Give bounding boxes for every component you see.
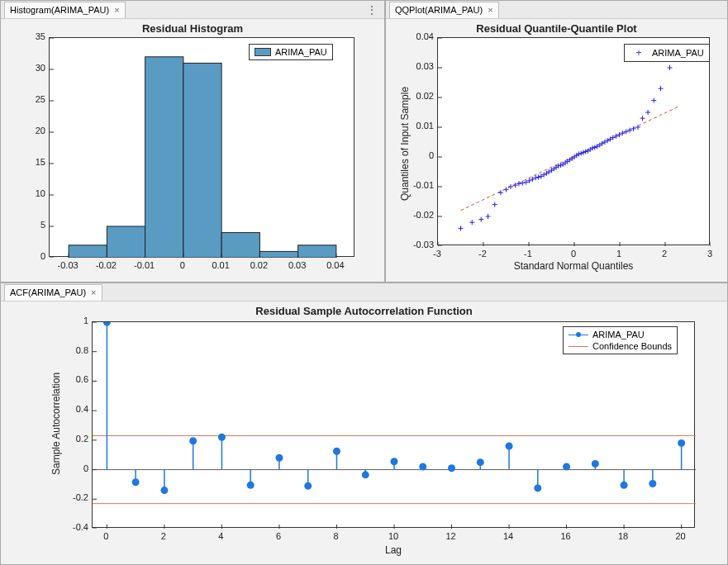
x-tick-label: -0.02 xyxy=(96,260,117,270)
legend-label: ARIMA_PAU xyxy=(275,47,327,57)
x-tick-label: -3 xyxy=(433,249,441,259)
x-tick-label: 0.04 xyxy=(326,260,344,270)
panel-qqplot: QQPlot(ARIMA_PAU) × Residual Quantile-Qu… xyxy=(385,0,728,282)
svg-point-201 xyxy=(678,439,685,447)
svg-point-197 xyxy=(621,482,628,489)
y-tick-label: 1 xyxy=(59,316,88,325)
tab-label: Histogram(ARIMA_PAU) xyxy=(10,5,109,15)
svg-point-169 xyxy=(218,434,226,441)
x-tick-label: 20 xyxy=(675,531,685,541)
legend-label: ARIMA_PAU xyxy=(652,48,704,58)
x-tick-label: -0.03 xyxy=(58,260,79,270)
y-tick-label: 35 xyxy=(14,31,45,41)
tabbar-qqplot: QQPlot(ARIMA_PAU) × xyxy=(386,1,727,19)
y-tick-label: 0.01 xyxy=(401,121,434,131)
y-tick-label: 0.6 xyxy=(59,374,88,384)
kebab-menu-icon[interactable]: ⋮ xyxy=(366,4,378,16)
svg-point-179 xyxy=(362,471,369,478)
svg-point-171 xyxy=(247,482,255,489)
svg-rect-6 xyxy=(298,245,336,258)
x-tick-label: 14 xyxy=(503,531,513,541)
tab-qqplot[interactable]: QQPlot(ARIMA_PAU) × xyxy=(389,2,499,18)
svg-point-191 xyxy=(534,484,541,491)
y-tick-label: 0.03 xyxy=(401,61,434,71)
close-icon[interactable]: × xyxy=(114,6,119,15)
x-tick-label: 0 xyxy=(571,249,576,259)
x-tick-label: 0.02 xyxy=(250,260,268,270)
x-tick-label: 2 xyxy=(161,531,166,541)
x-tick-label: 0 xyxy=(180,260,185,270)
x-tick-label: 0 xyxy=(103,531,108,541)
legend-label: Confidence Bounds xyxy=(592,341,672,351)
x-tick-label: 1 xyxy=(616,249,621,259)
chart-title: Residual Quantile-Quantile Plot xyxy=(386,22,727,35)
svg-point-177 xyxy=(333,448,340,455)
x-tick-label: 12 xyxy=(445,531,455,541)
x-tick-label: 10 xyxy=(388,531,398,541)
svg-rect-4 xyxy=(221,233,259,258)
svg-point-195 xyxy=(592,460,599,468)
tab-histogram[interactable]: Histogram(ARIMA_PAU) × xyxy=(4,2,126,18)
svg-rect-1 xyxy=(107,226,145,258)
panel-acf: ACF(ARIMA_PAU) × Residual Sample Autocor… xyxy=(0,282,728,565)
y-tick-label: 0.4 xyxy=(59,404,88,414)
axes-histogram xyxy=(49,37,354,257)
legend-acf[interactable]: ARIMA_PAU Confidence Bounds xyxy=(563,326,678,354)
svg-point-175 xyxy=(304,482,312,490)
y-tick-label: 10 xyxy=(14,188,45,198)
y-axis-label: Sample Autocorrelation xyxy=(50,373,62,475)
x-tick-label: 8 xyxy=(333,531,338,541)
svg-point-181 xyxy=(391,458,398,465)
tabbar-histogram: Histogram(ARIMA_PAU) × ⋮ xyxy=(1,1,384,19)
svg-point-187 xyxy=(477,458,484,466)
legend-histogram[interactable]: ARIMA_PAU xyxy=(249,44,333,60)
chart-title: Residual Histogram xyxy=(1,22,384,35)
legend-marker-icon xyxy=(569,330,588,339)
svg-point-167 xyxy=(189,437,197,444)
svg-point-185 xyxy=(448,464,455,472)
x-tick-label: 4 xyxy=(218,531,223,541)
y-tick-label: 5 xyxy=(14,220,45,230)
svg-rect-2 xyxy=(145,57,183,258)
histogram-plot[interactable]: Residual Histogram ARIMA_PAU 05101520253… xyxy=(1,19,384,282)
qqplot-plot[interactable]: Residual Quantile-Quantile Plot Quantile… xyxy=(386,19,727,282)
chart-title: Residual Sample Autocorrelation Function xyxy=(1,305,727,317)
x-tick-label: 0.01 xyxy=(212,260,229,270)
y-tick-label: -0.03 xyxy=(401,240,434,249)
x-tick-label: -2 xyxy=(478,249,487,259)
y-tick-label: 15 xyxy=(14,157,45,167)
svg-point-193 xyxy=(563,463,570,471)
x-tick-label: 18 xyxy=(618,531,628,541)
y-tick-label: -0.01 xyxy=(401,180,434,190)
y-tick-label: 0.04 xyxy=(401,31,434,41)
x-tick-label: -1 xyxy=(524,249,532,259)
y-tick-label: 30 xyxy=(14,63,45,73)
x-tick-label: 2 xyxy=(662,249,667,259)
axes-qqplot xyxy=(437,37,710,245)
svg-point-199 xyxy=(649,480,656,487)
x-tick-label: 16 xyxy=(560,531,570,541)
acf-plot[interactable]: Residual Sample Autocorrelation Function… xyxy=(1,301,727,564)
x-tick-label: -0.01 xyxy=(134,260,155,270)
tab-label: QQPlot(ARIMA_PAU) xyxy=(395,5,483,15)
tabbar-acf: ACF(ARIMA_PAU) × xyxy=(1,283,727,301)
legend-qqplot[interactable]: + ARIMA_PAU xyxy=(624,44,710,62)
tab-label: ACF(ARIMA_PAU) xyxy=(10,287,86,297)
legend-label: ARIMA_PAU xyxy=(592,330,645,339)
y-tick-label: 20 xyxy=(14,126,45,135)
legend-swatch-icon xyxy=(255,48,271,56)
y-tick-label: 25 xyxy=(14,94,45,104)
close-icon[interactable]: × xyxy=(91,288,96,297)
svg-rect-0 xyxy=(69,245,107,258)
svg-point-163 xyxy=(132,478,140,486)
close-icon[interactable]: × xyxy=(488,6,492,15)
y-tick-label: 0 xyxy=(401,150,434,160)
svg-point-161 xyxy=(103,322,111,326)
svg-point-173 xyxy=(275,454,283,462)
legend-marker-icon: + xyxy=(630,47,648,59)
svg-point-189 xyxy=(506,443,513,450)
y-tick-label: 0 xyxy=(14,251,45,261)
y-tick-label: 0.2 xyxy=(59,434,88,444)
tab-acf[interactable]: ACF(ARIMA_PAU) × xyxy=(4,284,102,301)
svg-rect-5 xyxy=(259,251,297,258)
